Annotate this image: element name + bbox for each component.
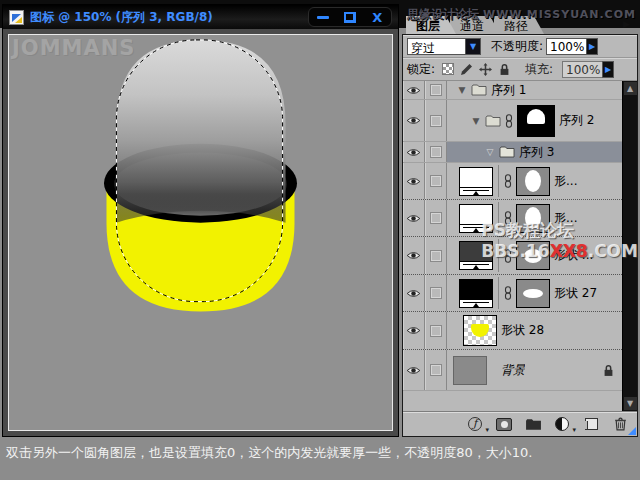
- link-cell[interactable]: [425, 312, 447, 349]
- screenshot-root: { "doc_window": { "title": "图标 @ 150% (序…: [0, 0, 640, 480]
- opacity-spinner-icon[interactable]: ▶: [586, 38, 598, 55]
- divider: [498, 165, 499, 197]
- scroll-down-icon[interactable]: ▼: [624, 397, 637, 410]
- mask-dome-shape: [527, 109, 545, 124]
- link-cell[interactable]: [425, 350, 447, 390]
- layer-row-group2[interactable]: ▼ 序列 2: [403, 100, 622, 142]
- expand-triangle-icon[interactable]: ▼: [471, 116, 481, 126]
- layer-row-content[interactable]: 形状 28: [447, 312, 622, 349]
- layer-row-content[interactable]: 形状 ...: [447, 237, 622, 274]
- layer-row-background[interactable]: 背景: [403, 350, 622, 391]
- new-layer-button[interactable]: [582, 416, 600, 432]
- layer-row-content[interactable]: 形...: [447, 200, 622, 236]
- eye-icon: [406, 289, 421, 298]
- layer-name: 序列 3: [519, 144, 554, 161]
- vector-mask-thumbnail[interactable]: [516, 204, 550, 233]
- new-adjustment-layer-button[interactable]: [553, 416, 571, 432]
- visibility-cell[interactable]: [403, 100, 425, 141]
- site-watermark-en: WWW.MISSYUAN.COM: [483, 8, 636, 21]
- fill-thumbnail[interactable]: [459, 279, 493, 308]
- lock-position-button[interactable]: [479, 63, 492, 76]
- window-controls: X: [308, 7, 392, 27]
- fill-input[interactable]: 100% ▶: [562, 61, 614, 78]
- visibility-cell[interactable]: [403, 350, 425, 390]
- visibility-cell[interactable]: [403, 163, 425, 199]
- layer-style-button[interactable]: ƒ: [466, 416, 484, 432]
- layer-name: 形状 28: [501, 322, 544, 339]
- layer-row-group1[interactable]: ▼ 序列 1: [403, 81, 622, 100]
- close-button[interactable]: X: [365, 9, 389, 25]
- group-mask-thumbnail[interactable]: [517, 105, 555, 137]
- layer-row-content[interactable]: ▼ 序列 1: [447, 81, 622, 99]
- fill-thumbnail[interactable]: [459, 204, 493, 233]
- layer-row-content[interactable]: 形...: [447, 163, 622, 199]
- canvas-area[interactable]: JOMMANS: [8, 34, 393, 431]
- lock-label: 锁定:: [407, 61, 435, 78]
- layer-row-content[interactable]: 背景: [447, 350, 622, 390]
- fill-thumbnail[interactable]: [459, 241, 493, 270]
- visibility-cell[interactable]: [403, 275, 425, 311]
- link-cell[interactable]: [425, 237, 447, 274]
- fill-slider-icon: [460, 224, 492, 232]
- vector-mask-thumbnail[interactable]: [516, 167, 550, 196]
- layer-row-shape3[interactable]: 形状 ...: [403, 237, 622, 275]
- link-cell[interactable]: [425, 142, 447, 162]
- layer-row-content[interactable]: ▼ 序列 2: [447, 100, 622, 141]
- minimize-button[interactable]: [311, 9, 335, 25]
- mask-link-icon[interactable]: [504, 211, 512, 225]
- tutorial-caption: 双击另外一个圆角图层，也是设置填充0，这个的内发光就要厚一些，不透明度80，大小…: [6, 444, 533, 462]
- opacity-input[interactable]: 100% ▶: [546, 38, 598, 55]
- delete-layer-button[interactable]: [611, 416, 629, 432]
- link-box-icon: [430, 212, 442, 224]
- lock-transparency-button[interactable]: [441, 63, 454, 76]
- link-cell[interactable]: [425, 200, 447, 236]
- visibility-cell[interactable]: [403, 312, 425, 349]
- panel-resize-grip[interactable]: [628, 427, 636, 435]
- expand-triangle-icon[interactable]: ▽: [485, 147, 495, 157]
- mask-link-icon[interactable]: [504, 174, 512, 188]
- visibility-cell[interactable]: [403, 237, 425, 274]
- vector-mask-thumbnail[interactable]: [516, 279, 550, 308]
- lock-pixels-button[interactable]: [460, 63, 473, 76]
- blend-mode-select[interactable]: 穿过 ▼: [407, 38, 481, 55]
- background-lock-icon: [603, 364, 614, 377]
- vector-mask-thumbnail[interactable]: [516, 241, 550, 270]
- layers-scrollbar[interactable]: ▲ ▼: [622, 81, 637, 411]
- link-cell[interactable]: [425, 163, 447, 199]
- opacity-value: 100%: [546, 38, 586, 55]
- layer-row-shape27[interactable]: 形状 27: [403, 275, 622, 312]
- visibility-cell[interactable]: [403, 142, 425, 162]
- background-thumbnail[interactable]: [453, 356, 487, 385]
- divider: [498, 202, 499, 234]
- mask-link-icon[interactable]: [504, 286, 512, 300]
- expand-triangle-icon[interactable]: ▼: [457, 85, 467, 95]
- layer-thumbnail[interactable]: [463, 315, 497, 346]
- blend-dropdown-icon[interactable]: ▼: [465, 38, 481, 55]
- link-cell[interactable]: [425, 81, 447, 99]
- document-titlebar[interactable]: 图标 @ 150% (序列 3, RGB/8) X: [3, 5, 398, 29]
- eye-icon: [406, 326, 421, 335]
- layer-row-shape1[interactable]: 形...: [403, 163, 622, 200]
- layer-name: 形...: [554, 173, 577, 190]
- mask-link-icon[interactable]: [504, 249, 512, 263]
- layer-row-group3-selected[interactable]: ▽ 序列 3: [403, 142, 622, 163]
- lock-all-button[interactable]: [498, 63, 511, 76]
- fill-slider-icon: [460, 299, 492, 307]
- ellipse-shape: [525, 170, 541, 192]
- visibility-cell[interactable]: [403, 81, 425, 99]
- fill-spinner-icon[interactable]: ▶: [602, 61, 614, 78]
- restore-button[interactable]: [338, 9, 362, 25]
- layer-row-content[interactable]: 形状 27: [447, 275, 622, 311]
- new-group-button[interactable]: [524, 416, 542, 432]
- fill-thumbnail[interactable]: [459, 167, 493, 196]
- visibility-cell[interactable]: [403, 200, 425, 236]
- layer-row-content[interactable]: ▽ 序列 3: [447, 142, 622, 162]
- add-layer-mask-button[interactable]: [495, 416, 513, 432]
- mask-link-icon[interactable]: [505, 114, 513, 128]
- layer-row-shape2[interactable]: 形...: [403, 200, 622, 237]
- link-cell[interactable]: [425, 100, 447, 141]
- scroll-up-icon[interactable]: ▲: [624, 82, 637, 95]
- layer-row-shape28[interactable]: 形状 28: [403, 312, 622, 350]
- fill-color: [460, 242, 492, 261]
- link-cell[interactable]: [425, 275, 447, 311]
